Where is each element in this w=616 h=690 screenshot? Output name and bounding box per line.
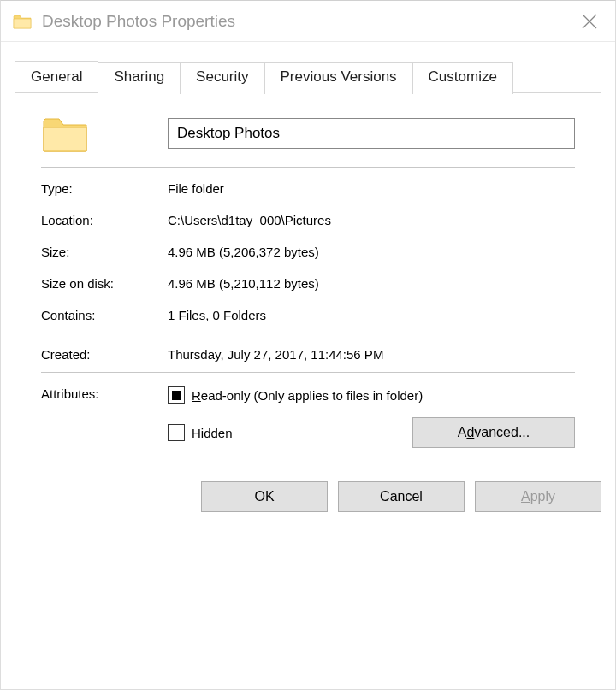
cancel-button[interactable]: Cancel xyxy=(338,481,465,512)
created-value: Thursday, July 27, 2017, 11:44:56 PM xyxy=(168,347,575,362)
size-label: Size: xyxy=(41,245,168,259)
tab-panel-general: Type: File folder Location: C:\Users\d1t… xyxy=(15,92,601,469)
folder-icon xyxy=(41,112,89,155)
location-value: C:\Users\d1tay_000\Pictures xyxy=(168,213,575,227)
tab-customize[interactable]: Customize xyxy=(413,62,513,94)
size-on-disk-label: Size on disk: xyxy=(41,276,168,291)
tab-previous-versions[interactable]: Previous Versions xyxy=(265,62,413,94)
folder-icon xyxy=(13,13,32,30)
hidden-label: Hidden xyxy=(192,426,233,440)
close-button[interactable] xyxy=(571,8,608,35)
size-on-disk-value: 4.96 MB (5,210,112 bytes) xyxy=(168,276,575,291)
created-label: Created: xyxy=(41,347,168,362)
type-label: Type: xyxy=(41,181,168,196)
size-value: 4.96 MB (5,206,372 bytes) xyxy=(168,245,575,259)
type-value: File folder xyxy=(168,181,575,196)
readonly-checkbox[interactable] xyxy=(168,386,185,404)
tab-strip: General Sharing Security Previous Versio… xyxy=(15,61,601,92)
window-title: Desktop Photos Properties xyxy=(42,12,571,31)
title-bar: Desktop Photos Properties xyxy=(1,1,615,42)
attributes-label: Attributes: xyxy=(41,386,168,401)
apply-button[interactable]: Apply xyxy=(475,481,601,512)
readonly-label: Read-only (Only applies to files in fold… xyxy=(192,388,423,403)
contains-value: 1 Files, 0 Folders xyxy=(168,308,575,322)
tab-general[interactable]: General xyxy=(15,61,98,92)
folder-name-input[interactable] xyxy=(168,118,575,149)
contains-label: Contains: xyxy=(41,308,168,322)
hidden-checkbox[interactable] xyxy=(168,424,185,441)
ok-button[interactable]: OK xyxy=(201,481,328,512)
advanced-button[interactable]: Advanced... xyxy=(412,417,575,448)
location-label: Location: xyxy=(41,213,168,227)
tab-sharing[interactable]: Sharing xyxy=(98,62,181,94)
tab-security[interactable]: Security xyxy=(181,62,264,94)
dialog-button-row: OK Cancel Apply xyxy=(1,469,615,524)
